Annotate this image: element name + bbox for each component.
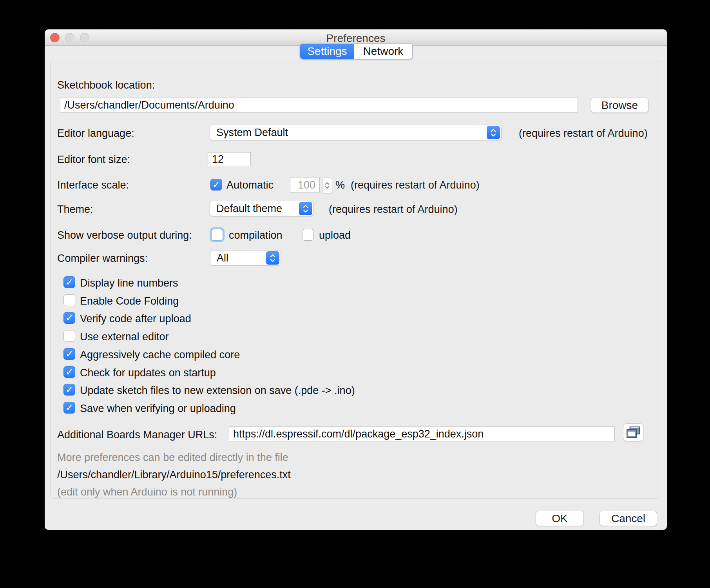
preference-checkbox-label: Update sketch files to new extension on … (80, 385, 355, 397)
ok-button[interactable]: OK (536, 511, 584, 526)
preference-checkbox[interactable] (63, 402, 75, 414)
preference-checkbox[interactable] (63, 294, 75, 306)
preference-checkbox-label: Aggressively cache compiled core (80, 349, 240, 361)
cancel-button[interactable]: Cancel (600, 511, 657, 526)
automatic-scale-checkbox-label: Automatic (226, 179, 273, 191)
theme-select[interactable]: Default theme (210, 201, 314, 216)
browse-button[interactable]: Browse (591, 98, 648, 113)
sketchbook-location-input[interactable] (60, 98, 578, 113)
verbose-compilation-label: compilation (229, 229, 283, 241)
verbose-upload-checkbox[interactable] (302, 229, 314, 241)
scale-stepper[interactable] (322, 178, 332, 193)
preference-checkbox[interactable] (63, 276, 75, 288)
language-restart-note: (requires restart of Arduino) (519, 127, 648, 140)
theme-value: Default theme (210, 203, 299, 215)
preference-checkbox[interactable] (63, 312, 75, 324)
windows-overlap-icon (627, 426, 640, 438)
theme-restart-note: (requires restart of Arduino) (329, 203, 458, 216)
preference-checkbox[interactable] (63, 384, 75, 396)
preferences-file-path: /Users/chandler/Library/Arduino15/prefer… (57, 469, 291, 481)
compiler-warnings-select[interactable]: All (210, 250, 281, 266)
tab-bar: Settings Network (300, 44, 413, 59)
tab-network[interactable]: Network (354, 44, 412, 59)
verbose-compilation-checkbox[interactable] (211, 229, 223, 241)
verbose-upload-label: upload (319, 229, 351, 241)
editor-font-size-input[interactable] (208, 152, 251, 166)
theme-label: Theme: (57, 203, 93, 216)
interface-scale-value-input (290, 178, 320, 192)
sketchbook-location-label: Sketchbook location: (57, 79, 155, 91)
chevron-up-down-icon (266, 251, 279, 265)
preference-checkbox-label: Check for updates on startup (80, 367, 216, 379)
preference-checkbox-label: Verify code after upload (80, 313, 191, 325)
chevron-up-down-icon (299, 202, 312, 215)
footer-more-preferences-text: More preferences can be edited directly … (57, 452, 288, 464)
stepper-down-icon[interactable] (325, 186, 330, 189)
compiler-warnings-value: All (210, 252, 266, 264)
window-title: Preferences (45, 32, 667, 45)
preference-checkbox-label: Save when verifying or uploading (80, 403, 236, 415)
footer-edit-warning-text: (edit only when Arduino is not running) (57, 486, 237, 498)
open-urls-dialog-button[interactable] (623, 423, 643, 441)
preference-checkbox[interactable] (63, 366, 75, 378)
interface-scale-label: Interface scale: (57, 179, 129, 191)
editor-language-select[interactable]: System Default (210, 125, 502, 140)
editor-font-size-label: Editor font size: (57, 154, 130, 166)
editor-language-label: Editor language: (57, 127, 134, 140)
preference-checkbox-label: Use external editor (80, 331, 169, 343)
chevron-up-down-icon (487, 126, 500, 139)
stepper-up-icon[interactable] (325, 182, 330, 185)
compiler-warnings-label: Compiler warnings: (57, 252, 148, 265)
preferences-dialog: Preferences Settings Network Sketchbook … (45, 29, 667, 530)
preference-checkbox-label: Display line numbers (80, 277, 178, 289)
percent-label: % (335, 179, 345, 191)
scale-restart-note: (requires restart of Arduino) (351, 179, 480, 191)
preference-checkbox-label: Enable Code Folding (80, 295, 179, 307)
boards-manager-urls-label: Additional Boards Manager URLs: (57, 429, 217, 441)
preference-checkbox[interactable] (63, 348, 75, 360)
boards-manager-urls-input[interactable] (229, 426, 615, 441)
tab-settings[interactable]: Settings (300, 44, 354, 59)
verbose-output-label: Show verbose output during: (57, 229, 192, 241)
automatic-scale-checkbox[interactable] (210, 179, 222, 191)
preference-checkbox[interactable] (63, 330, 75, 342)
editor-language-value: System Default (210, 127, 487, 139)
